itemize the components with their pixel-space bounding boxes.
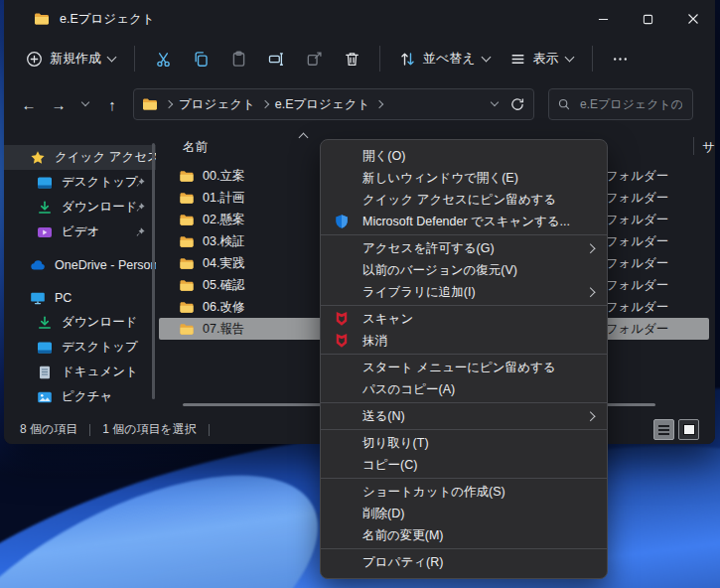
divider	[592, 46, 593, 72]
column-header-size[interactable]: サイズ	[702, 139, 715, 156]
delete-button[interactable]	[333, 42, 370, 75]
menu-item-defender-scan[interactable]: Microsoft Defender でスキャンする...	[321, 211, 607, 232]
breadcrumb-separator-icon	[261, 100, 269, 108]
column-header-name[interactable]: 名前	[183, 139, 208, 156]
document-icon	[37, 365, 53, 380]
up-button[interactable]: ↑	[97, 89, 127, 119]
rename-button[interactable]	[257, 42, 295, 75]
paste-button[interactable]	[219, 42, 257, 75]
folder-icon	[179, 213, 195, 227]
monitor-icon	[30, 290, 46, 306]
sort-button[interactable]: 並べ替え	[389, 42, 500, 75]
star-icon	[30, 150, 46, 166]
refresh-button[interactable]	[509, 96, 525, 112]
breadcrumb[interactable]: プロジェクト e.Eプロジェクト	[133, 88, 534, 120]
search-input[interactable]	[578, 96, 684, 112]
download-icon	[37, 315, 53, 331]
menu-separator	[321, 305, 607, 306]
menu-item-send-to[interactable]: 送る(N)	[321, 405, 607, 427]
picture-icon	[37, 389, 53, 405]
menu-item-add-to-library[interactable]: ライブラリに追加(I)	[321, 281, 607, 303]
sidebar-item-pc[interactable]: PC	[4, 285, 156, 310]
menu-item-copy-path[interactable]: パスのコピー(A)	[321, 378, 607, 400]
video-icon	[37, 224, 53, 240]
submenu-arrow-icon	[585, 411, 594, 420]
chevron-down-icon	[564, 52, 574, 62]
submenu-arrow-icon	[585, 243, 594, 252]
sort-arrows-icon	[399, 51, 416, 68]
menu-item-create-shortcut[interactable]: ショートカットの作成(S)	[321, 481, 607, 503]
view-button-label: 表示	[533, 50, 559, 68]
desktop-icon	[37, 340, 53, 356]
sidebar-item-downloads-pinned[interactable]: ダウンロード	[4, 195, 156, 220]
selection-count: 1 個の項目を選択	[102, 421, 197, 438]
sidebar-item-onedrive[interactable]: OneDrive - Personal	[4, 252, 156, 277]
address-bar: ← → ↑ プロジェクト e.Eプロジェクト	[4, 79, 715, 129]
folder-icon	[179, 191, 195, 206]
sidebar-item-downloads[interactable]: ダウンロード	[4, 310, 156, 335]
copy-button[interactable]	[182, 42, 219, 75]
folder-icon	[179, 300, 195, 315]
title-bar: e.Eプロジェクト	[4, 0, 715, 38]
trash-icon	[344, 51, 360, 68]
chevron-down-icon	[107, 52, 117, 62]
plus-circle-icon	[26, 51, 43, 68]
menu-item-properties[interactable]: プロパティ(R)	[321, 551, 607, 573]
search-box[interactable]	[548, 88, 693, 120]
menu-item-copy[interactable]: コピー(C)	[321, 454, 607, 476]
share-icon	[306, 51, 323, 68]
recent-locations-button[interactable]	[73, 89, 97, 119]
menu-item-grant-access[interactable]: アクセスを許可する(G)	[321, 237, 607, 259]
sidebar-item-quick-access[interactable]: クイック アクセス	[4, 145, 156, 170]
pin-icon	[134, 226, 146, 238]
minimize-button[interactable]	[581, 0, 626, 38]
sidebar-item-videos-pinned[interactable]: ビデオ	[4, 220, 156, 244]
submenu-arrow-icon	[585, 287, 594, 296]
back-button[interactable]: ←	[14, 89, 44, 119]
navigation-pane: クイック アクセス デスクトップ ダウンロード ビデオ OneDrive - P…	[4, 129, 156, 415]
menu-item-mcafee-scan[interactable]: スキャン	[321, 308, 607, 330]
menu-item-cut[interactable]: 切り取り(T)	[321, 432, 607, 454]
chevron-down-icon	[481, 52, 491, 62]
breadcrumb-item-projects[interactable]: プロジェクト	[179, 96, 255, 113]
share-button[interactable]	[295, 42, 333, 75]
cut-button[interactable]	[144, 42, 182, 75]
onedrive-cloud-icon	[30, 257, 46, 273]
menu-item-restore-previous-versions[interactable]: 以前のバージョンの復元(V)	[321, 259, 607, 281]
folder-icon	[179, 234, 195, 249]
sidebar-item-pictures[interactable]: ピクチャ	[4, 384, 156, 409]
maximize-button[interactable]	[626, 0, 670, 38]
rename-icon	[268, 51, 285, 68]
new-button[interactable]: 新規作成	[16, 42, 125, 75]
folder-icon	[179, 278, 195, 293]
view-button[interactable]: 表示	[500, 42, 583, 75]
details-view-toggle[interactable]	[653, 419, 674, 440]
scissors-icon	[155, 51, 172, 68]
menu-item-delete[interactable]: 削除(D)	[321, 503, 607, 524]
more-button[interactable]	[602, 42, 640, 75]
folder-icon	[179, 322, 195, 337]
breadcrumb-separator-icon	[165, 100, 173, 108]
pin-icon	[134, 202, 146, 214]
menu-item-pin-quick-access[interactable]: クイック アクセスにピン留めする	[321, 189, 607, 211]
close-button[interactable]	[670, 0, 715, 38]
sort-button-label: 並べ替え	[423, 50, 476, 68]
menu-item-open[interactable]: 開く(O)	[321, 145, 607, 167]
column-divider[interactable]	[693, 137, 694, 155]
sidebar-item-documents[interactable]: ドキュメント	[4, 360, 156, 384]
desktop-icon	[37, 175, 53, 191]
ellipsis-icon	[612, 51, 629, 68]
sidebar-item-desktop-pinned[interactable]: デスクトップ	[4, 170, 156, 195]
context-menu: 開く(O) 新しいウィンドウで開く(E) クイック アクセスにピン留めする Mi…	[320, 139, 608, 579]
menu-item-pin-to-start[interactable]: スタート メニューにピン留めする	[321, 357, 607, 378]
nav-scrollbar[interactable]	[152, 143, 155, 399]
menu-item-rename[interactable]: 名前の変更(M)	[321, 524, 607, 546]
menu-item-open-new-window[interactable]: 新しいウィンドウで開く(E)	[321, 167, 607, 189]
menu-item-mcafee-shred[interactable]: 抹消	[321, 330, 607, 352]
address-dropdown-icon[interactable]	[491, 98, 499, 106]
forward-button[interactable]: →	[44, 89, 73, 119]
clipboard-icon	[230, 51, 247, 68]
sidebar-item-desktop[interactable]: デスクトップ	[4, 335, 156, 360]
breadcrumb-item-current[interactable]: e.Eプロジェクト	[275, 96, 370, 113]
thumbnail-view-toggle[interactable]	[678, 419, 699, 440]
